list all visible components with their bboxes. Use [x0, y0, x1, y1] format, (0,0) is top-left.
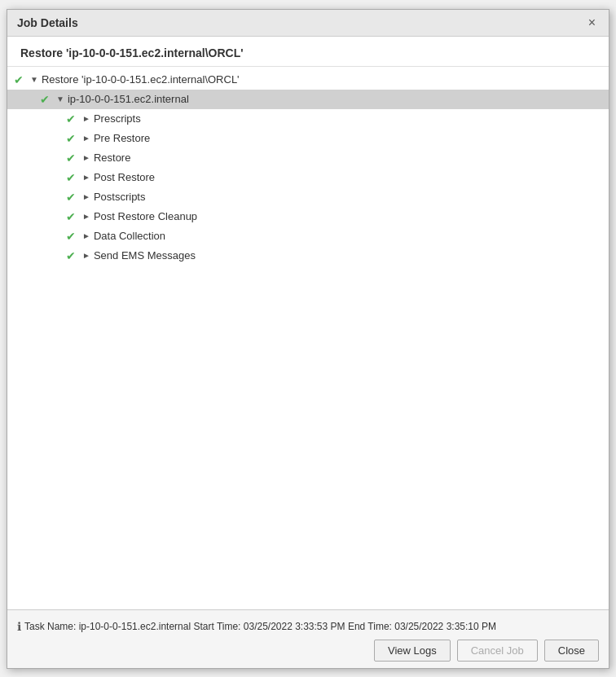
dialog-body: ✔▼ Restore 'ip-10-0-0-151.ec2.internal\O…: [7, 66, 609, 609]
button-row: View Logs Cancel Job Close: [17, 640, 599, 662]
tree-item-root[interactable]: ✔▼ Restore 'ip-10-0-0-151.ec2.internal\O…: [7, 70, 609, 90]
check-icon-send-ems: ✔: [66, 249, 79, 262]
tree-item-post-restore[interactable]: ✔► Post Restore: [7, 168, 609, 187]
check-icon-post-restore: ✔: [66, 171, 79, 184]
check-icon-restore: ✔: [66, 152, 79, 165]
dialog-header: Restore 'ip-10-0-0-151.ec2.internal\ORCL…: [7, 37, 609, 66]
status-text: Task Name: ip-10-0-0-151.ec2.internal St…: [24, 621, 496, 632]
check-icon-post-restore-cleanup: ✔: [66, 210, 79, 223]
dialog-titlebar: Job Details ×: [7, 10, 609, 37]
check-icon-data-collection: ✔: [66, 230, 79, 243]
expand-icon-host[interactable]: ▼: [56, 95, 64, 103]
check-icon-root: ✔: [14, 73, 27, 86]
view-logs-button[interactable]: View Logs: [374, 640, 451, 662]
check-icon-postscripts: ✔: [66, 191, 79, 204]
item-label-data-collection: Data Collection: [94, 230, 165, 242]
expand-icon-send-ems[interactable]: ►: [82, 251, 90, 260]
item-label-prescripts: Prescripts: [94, 112, 141, 125]
tree-item-prescripts[interactable]: ✔► Prescripts: [7, 109, 609, 129]
tree-item-restore[interactable]: ✔► Restore: [7, 148, 609, 168]
tree-item-send-ems[interactable]: ✔► Send EMS Messages: [7, 246, 609, 266]
dialog-title: Job Details: [17, 16, 78, 29]
check-icon-host: ✔: [40, 93, 53, 106]
item-label-post-restore-cleanup: Post Restore Cleanup: [94, 210, 197, 222]
check-icon-pre-restore: ✔: [66, 132, 79, 145]
item-label-pre-restore: Pre Restore: [94, 132, 150, 144]
expand-icon-root[interactable]: ▼: [30, 75, 38, 84]
expand-icon-restore[interactable]: ►: [82, 153, 90, 162]
status-bar: ℹ Task Name: ip-10-0-0-151.ec2.internal …: [17, 617, 599, 640]
item-label-send-ems: Send EMS Messages: [94, 249, 196, 262]
expand-icon-post-restore-cleanup[interactable]: ►: [82, 212, 90, 221]
tree-item-post-restore-cleanup[interactable]: ✔► Post Restore Cleanup: [7, 207, 609, 226]
tree-item-pre-restore[interactable]: ✔► Pre Restore: [7, 129, 609, 148]
expand-icon-pre-restore[interactable]: ►: [82, 134, 90, 143]
expand-icon-postscripts[interactable]: ►: [82, 192, 90, 201]
job-details-dialog: Job Details × Restore 'ip-10-0-0-151.ec2…: [7, 9, 609, 669]
expand-icon-prescripts[interactable]: ►: [82, 114, 90, 123]
item-label-restore: Restore: [94, 152, 131, 164]
tree-item-data-collection[interactable]: ✔► Data Collection: [7, 226, 609, 246]
page-title: Restore 'ip-10-0-0-151.ec2.internal\ORCL…: [20, 46, 244, 59]
item-label-host: ip-10-0-0-151.ec2.internal: [68, 93, 189, 105]
tree-item-postscripts[interactable]: ✔► Postscripts: [7, 187, 609, 207]
item-label-root: Restore 'ip-10-0-0-151.ec2.internal\ORCL…: [42, 73, 240, 86]
info-icon: ℹ: [17, 620, 21, 633]
item-label-postscripts: Postscripts: [94, 191, 146, 203]
expand-icon-data-collection[interactable]: ►: [82, 231, 90, 240]
dialog-footer: ℹ Task Name: ip-10-0-0-151.ec2.internal …: [7, 609, 609, 668]
item-label-post-restore: Post Restore: [94, 171, 155, 183]
close-button[interactable]: Close: [544, 640, 599, 662]
tree-container: ✔▼ Restore 'ip-10-0-0-151.ec2.internal\O…: [7, 67, 609, 269]
cancel-job-button[interactable]: Cancel Job: [457, 640, 538, 662]
check-icon-prescripts: ✔: [66, 112, 79, 125]
dialog-close-button[interactable]: ×: [585, 16, 599, 29]
tree-item-host[interactable]: ✔▼ ip-10-0-0-151.ec2.internal: [7, 90, 609, 109]
expand-icon-post-restore[interactable]: ►: [82, 173, 90, 182]
